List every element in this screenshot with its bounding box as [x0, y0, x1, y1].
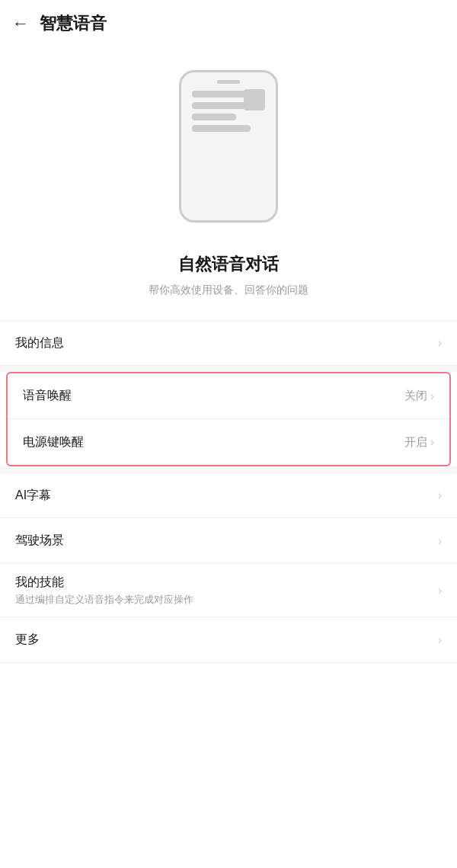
menu-item-voice-wake-right: 关闭 ›: [404, 389, 434, 403]
highlight-section: 语音唤醒 关闭 › 电源键唤醒 开启 ›: [6, 372, 451, 466]
ai-captions-chevron-icon: ›: [438, 488, 442, 502]
bottom-section: AI字幕 › 驾驶场景 › 我的技能 通过编排自定义语音指令来完成对应操作 › …: [0, 472, 457, 663]
phone-line-3: [192, 114, 236, 120]
page-title: 智慧语音: [40, 12, 107, 35]
menu-item-driving-scene-right: ›: [438, 534, 442, 548]
menu-item-power-wake-right: 开启 ›: [404, 435, 434, 450]
driving-scene-chevron-icon: ›: [438, 534, 442, 548]
menu-item-driving-scene-left: 驾驶场景: [15, 533, 64, 549]
menu-item-ai-captions-right: ›: [438, 488, 442, 502]
menu-item-my-skills-left: 我的技能 通过编排自定义语音指令来完成对应操作: [15, 575, 193, 607]
menu-item-voice-wake-label: 语音唤醒: [23, 388, 72, 404]
back-button[interactable]: ←: [12, 14, 29, 34]
menu-item-driving-scene[interactable]: 驾驶场景 ›: [0, 518, 457, 564]
promo-title: 自然语音对话: [23, 253, 434, 276]
menu-item-my-skills-label: 我的技能: [15, 575, 193, 591]
voice-wake-chevron-icon: ›: [430, 389, 434, 403]
menu-item-driving-scene-label: 驾驶场景: [15, 533, 64, 549]
menu-item-voice-wake[interactable]: 语音唤醒 关闭 ›: [8, 373, 449, 419]
menu-item-my-info-label: 我的信息: [15, 335, 64, 351]
menu-item-ai-captions-label: AI字幕: [15, 488, 51, 504]
promo-subtitle: 帮你高效使用设备、回答你的问题: [23, 283, 434, 297]
menu-item-my-skills-sublabel: 通过编排自定义语音指令来完成对应操作: [15, 593, 193, 607]
promo-section: 自然语音对话 帮你高效使用设备、回答你的问题: [0, 238, 457, 320]
menu-item-my-info-right: ›: [438, 336, 442, 350]
menu-item-ai-captions[interactable]: AI字幕 ›: [0, 472, 457, 518]
phone-illustration: [0, 47, 457, 238]
phone-line-1: [192, 91, 251, 98]
menu-item-my-info[interactable]: 我的信息 ›: [0, 320, 457, 366]
chevron-icon: ›: [438, 336, 442, 350]
menu-item-ai-captions-left: AI字幕: [15, 488, 51, 504]
my-info-section: 我的信息 ›: [0, 320, 457, 366]
menu-item-more-label: 更多: [15, 632, 40, 648]
menu-item-power-wake-left: 电源键唤醒: [23, 434, 84, 450]
more-chevron-icon: ›: [438, 633, 442, 647]
menu-item-power-wake-label: 电源键唤醒: [23, 434, 84, 450]
voice-wake-status: 关闭: [404, 389, 427, 403]
menu-item-more[interactable]: 更多 ›: [0, 617, 457, 663]
menu-item-more-left: 更多: [15, 632, 40, 648]
menu-gap-1: [0, 366, 457, 372]
header: ← 智慧语音: [0, 0, 457, 47]
menu-item-voice-wake-left: 语音唤醒: [23, 388, 72, 404]
phone-square-decoration: [244, 89, 265, 111]
menu-gap-2: [0, 466, 457, 472]
my-skills-chevron-icon: ›: [438, 584, 442, 597]
menu-item-my-skills[interactable]: 我的技能 通过编排自定义语音指令来完成对应操作 ›: [0, 564, 457, 617]
phone-mockup: [179, 70, 278, 223]
phone-line-4: [192, 125, 251, 132]
power-wake-chevron-icon: ›: [430, 435, 434, 449]
menu-item-more-right: ›: [438, 633, 442, 647]
menu-item-my-skills-right: ›: [438, 584, 442, 597]
power-wake-status: 开启: [404, 435, 427, 450]
menu-item-power-wake[interactable]: 电源键唤醒 开启 ›: [8, 419, 449, 465]
menu-item-my-info-left: 我的信息: [15, 335, 64, 351]
